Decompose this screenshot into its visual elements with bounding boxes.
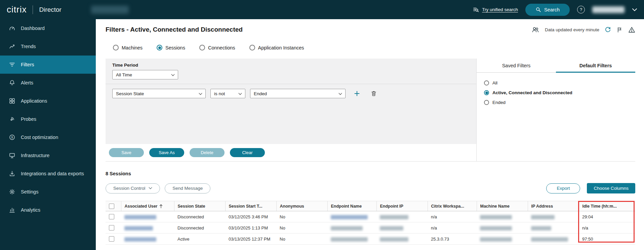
redacted-cell — [331, 215, 368, 219]
infrastructure-icon — [9, 152, 15, 159]
radio-circle — [484, 90, 489, 95]
sidebar-item-label: Infrastructure — [21, 153, 49, 158]
unified-search-link[interactable]: Try unified search — [473, 6, 518, 13]
chevron-down-icon — [238, 93, 242, 95]
table-row[interactable]: Disconnected 03/12/2025 3:46 PM No n/a 2… — [106, 211, 635, 222]
associated-user-cell — [121, 211, 174, 222]
bell-icon — [9, 79, 15, 86]
default-filter-ended[interactable]: Ended — [484, 98, 635, 107]
condition-operator-select[interactable]: is not — [210, 89, 245, 98]
radio-label: Sessions — [165, 45, 185, 50]
row-checkbox[interactable] — [109, 214, 114, 219]
radio-sessions[interactable]: Sessions — [157, 45, 185, 50]
chevron-down-icon — [149, 187, 152, 189]
citrix-workspace-cell: 25.3.0.73 — [428, 234, 477, 245]
col-citrix-workspace[interactable]: Citrix Workspa... — [428, 201, 477, 211]
col-label: Machine Name — [480, 204, 510, 209]
save-button[interactable]: Save — [109, 148, 144, 157]
condition-field-select[interactable]: Session State — [112, 89, 206, 98]
radio-circle — [157, 45, 162, 50]
col-idle-time[interactable]: Idle Time (hh:m... — [579, 201, 635, 211]
radio-connections[interactable]: Connections — [199, 45, 235, 50]
time-period-select[interactable]: All Time — [112, 70, 178, 79]
row-checkbox[interactable] — [109, 236, 114, 242]
sidebar-item-settings[interactable]: Settings — [0, 183, 96, 201]
select-all-header[interactable] — [106, 201, 121, 211]
radio-label: Application Instances — [258, 45, 304, 50]
endpoint-name-cell — [327, 222, 376, 234]
endpoint-name-cell — [327, 234, 376, 245]
dashboard-icon — [9, 25, 15, 32]
redacted-cell — [531, 226, 551, 230]
table-row[interactable]: Disconnected 03/10/2025 1:13 PM No n/a n… — [106, 222, 635, 234]
redacted-cell — [480, 226, 512, 230]
choose-columns-button[interactable]: Choose Columns — [587, 183, 635, 193]
sidebar-item-infrastructure[interactable]: Infrastructure — [0, 146, 96, 165]
clear-button[interactable]: Clear — [230, 148, 265, 157]
option-label: All — [492, 80, 497, 85]
redacted-cell — [531, 215, 555, 219]
col-associated-user[interactable]: Associated User — [121, 201, 174, 211]
col-session-state[interactable]: Session State — [174, 201, 225, 211]
chevron-down-icon — [171, 74, 175, 76]
tab-saved-filters[interactable]: Saved Filters — [477, 59, 556, 72]
analytics-icon — [9, 207, 15, 213]
default-filter-active-connected-disconnected[interactable]: Active, Connected and Disconnected — [484, 88, 635, 98]
col-session-start[interactable]: Session Start T... — [225, 201, 276, 211]
sidebar-item-probes[interactable]: Probes — [0, 110, 96, 128]
sidebar-item-analytics[interactable]: Analytics — [0, 201, 96, 219]
anonymous-cell: No — [276, 211, 327, 222]
send-message-button[interactable]: Send Message — [165, 183, 210, 193]
redacted-cell — [380, 226, 403, 230]
sidebar-item-applications[interactable]: Applications — [0, 92, 96, 110]
help-icon[interactable]: ? — [577, 6, 585, 13]
chevron-down-icon — [199, 93, 202, 95]
select-all-checkbox[interactable] — [109, 204, 114, 209]
delete-condition-icon[interactable] — [370, 90, 377, 97]
sidebar-item-cost-optimization[interactable]: $ Cost optimization — [0, 128, 96, 146]
export-button[interactable]: Export — [546, 183, 580, 193]
idle-time-cell: 29:04 — [579, 211, 635, 222]
sidebar-item-label: Dashboard — [21, 26, 45, 31]
table-row[interactable]: Active 03/13/2025 12:37 PM No 25.3.0.73 … — [106, 234, 635, 245]
tab-default-filters[interactable]: Default Filters — [556, 59, 635, 72]
sidebar-item-integrations[interactable]: Integrations and data exports — [0, 165, 96, 183]
citrix-logo[interactable]: citrix — [7, 4, 27, 15]
save-as-button[interactable]: Save As — [149, 148, 184, 157]
col-machine-name[interactable]: Machine Name — [477, 201, 528, 211]
flag-icon[interactable] — [616, 27, 623, 33]
sidebar-item-dashboard[interactable]: Dashboard — [0, 19, 96, 37]
search-icon — [535, 7, 541, 12]
row-checkbox[interactable] — [109, 225, 114, 230]
sidebar-item-label: Cost optimization — [21, 135, 58, 140]
delete-button[interactable]: Delete — [190, 148, 225, 157]
topbar: citrix Director Try unified search Searc… — [0, 0, 644, 19]
sort-asc-icon[interactable] — [159, 204, 163, 208]
chevron-down-icon — [338, 93, 342, 95]
session-state-cell: Disconnected — [174, 211, 225, 222]
col-endpoint-name[interactable]: Endpoint Name — [327, 201, 376, 211]
filter-buttons-bar: Save Save As Delete Clear — [106, 144, 476, 161]
warning-icon[interactable] — [628, 26, 635, 33]
col-ip-address[interactable]: IP Address — [528, 201, 579, 211]
search-button[interactable]: Search — [525, 4, 570, 16]
svg-text:$: $ — [11, 135, 13, 139]
add-condition-icon[interactable] — [354, 90, 360, 97]
refresh-icon[interactable] — [605, 27, 611, 33]
chevron-down-icon[interactable] — [632, 8, 637, 11]
radio-machines[interactable]: Machines — [113, 45, 143, 50]
session-control-button[interactable]: Session Control — [106, 183, 160, 193]
sidebar-item-alerts[interactable]: Alerts — [0, 74, 96, 92]
user-sessions-icon[interactable] — [531, 26, 539, 33]
redacted-cell — [331, 226, 363, 230]
default-filter-all[interactable]: All — [484, 78, 635, 88]
sidebar-item-trends[interactable]: Trends — [0, 37, 96, 56]
main-content: Filters - Active, Connected and Disconne… — [96, 19, 644, 250]
radio-application-instances[interactable]: Application Instances — [249, 45, 304, 50]
col-endpoint-ip[interactable]: Endpoint IP — [376, 201, 428, 211]
sidebar-item-filters[interactable]: Filters — [0, 56, 96, 74]
sidebar: Dashboard Trends Filters Alerts Applicat… — [0, 19, 96, 250]
endpoint-ip-cell — [376, 234, 428, 245]
condition-value-select[interactable]: Ended — [250, 89, 346, 98]
col-anonymous[interactable]: Anonymous — [276, 201, 327, 211]
